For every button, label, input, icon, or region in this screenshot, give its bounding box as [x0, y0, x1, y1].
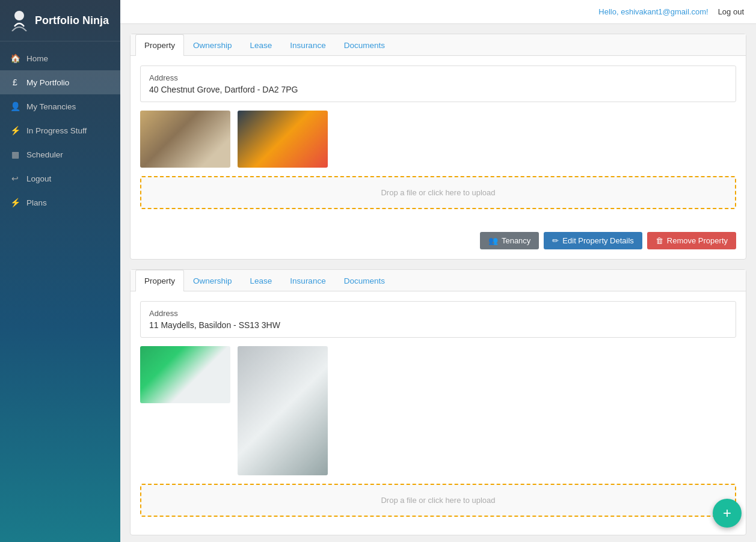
tab-insurance-1[interactable]: Insurance — [281, 34, 334, 56]
tab-lease-1[interactable]: Lease — [241, 34, 281, 56]
sidebar-item-home[interactable]: 🏠 Home — [0, 46, 120, 70]
remove-property-button-1[interactable]: 🗑 Remove Property — [647, 232, 736, 249]
address-section-2: Address 11 Maydells, Basildon - SS13 3HW — [140, 301, 736, 338]
app-logo: Portfolio Ninja — [0, 0, 120, 41]
sidebar-item-my-portfolio[interactable]: £ My Portfolio — [0, 70, 120, 94]
sidebar-label-logout: Logout — [26, 174, 51, 183]
sidebar-label-scheduler: Scheduler — [26, 150, 63, 159]
sidebar-label-progress: In Progress Stuff — [26, 126, 87, 135]
tab-insurance-2[interactable]: Insurance — [281, 270, 334, 291]
tab-bar-1: Property Ownership Lease Insurance Docum… — [131, 34, 746, 56]
card-body-1: Address 40 Chestnut Grove, Dartford - DA… — [131, 56, 746, 227]
sidebar-label-portfolio: My Portfolio — [26, 78, 69, 87]
fab-icon: + — [723, 505, 731, 522]
scheduler-icon: ▦ — [10, 149, 20, 160]
sidebar-item-my-tenancies[interactable]: 👤 My Tenancies — [0, 94, 120, 118]
trash-icon-1: 🗑 — [656, 236, 663, 245]
header-user-email: Hello, eshivakant1@gmail.com! — [598, 7, 708, 16]
sidebar-label-tenancies: My Tenancies — [26, 102, 76, 111]
logout-link[interactable]: Log out — [718, 7, 744, 16]
top-header: Hello, eshivakant1@gmail.com! Log out — [120, 0, 756, 24]
property-card-1: Property Ownership Lease Insurance Docum… — [130, 34, 746, 260]
property-image-2-2[interactable] — [238, 346, 328, 475]
sidebar-label-plans: Plans — [26, 198, 47, 207]
sidebar-item-scheduler[interactable]: ▦ Scheduler — [0, 142, 120, 166]
svg-point-0 — [14, 11, 24, 20]
edit-property-button-1[interactable]: ✏ Edit Property Details — [544, 232, 642, 249]
property-image-1-2[interactable] — [238, 111, 328, 168]
main-content: Hello, eshivakant1@gmail.com! Log out Pr… — [120, 0, 756, 542]
sidebar: Portfolio Ninja 🏠 Home £ My Portfolio 👤 … — [0, 0, 120, 542]
property-image-2-1[interactable] — [140, 346, 230, 403]
tab-ownership-2[interactable]: Ownership — [184, 270, 241, 291]
property-image-1-1[interactable] — [140, 111, 230, 168]
tenancies-icon: 👤 — [10, 101, 20, 112]
progress-icon: ⚡ — [10, 125, 20, 136]
plans-icon: ⚡ — [10, 197, 20, 208]
tab-property-2[interactable]: Property — [135, 270, 184, 291]
images-grid-1 — [140, 111, 736, 168]
address-value-2: 11 Maydells, Basildon - SS13 3HW — [149, 320, 727, 330]
fab-add-button[interactable]: + — [713, 499, 742, 528]
upload-area-2[interactable]: Drop a file or click here to upload — [140, 484, 736, 517]
address-label-2: Address — [149, 309, 727, 318]
tab-bar-2: Property Ownership Lease Insurance Docum… — [131, 270, 746, 291]
sidebar-nav: 🏠 Home £ My Portfolio 👤 My Tenancies ⚡ I… — [0, 41, 120, 542]
tab-property-1[interactable]: Property — [135, 34, 184, 56]
images-grid-2 — [140, 346, 736, 475]
tab-ownership-1[interactable]: Ownership — [184, 34, 241, 56]
card-actions-1: 👥 Tenancy ✏ Edit Property Details 🗑 Remo… — [131, 227, 746, 259]
logout-icon: ↩ — [10, 173, 20, 184]
tab-documents-1[interactable]: Documents — [335, 34, 394, 56]
tab-documents-2[interactable]: Documents — [335, 270, 394, 291]
sidebar-item-logout[interactable]: ↩ Logout — [0, 166, 120, 190]
property-card-2: Property Ownership Lease Insurance Docum… — [130, 269, 746, 535]
logo-text: Portfolio Ninja — [35, 14, 109, 27]
logo-icon — [8, 10, 30, 31]
sidebar-label-home: Home — [26, 54, 48, 63]
upload-area-1[interactable]: Drop a file or click here to upload — [140, 176, 736, 209]
address-label-1: Address — [149, 73, 727, 82]
tenancy-icon-1: 👥 — [488, 236, 498, 245]
home-icon: 🏠 — [10, 53, 20, 64]
edit-icon-1: ✏ — [552, 236, 559, 245]
portfolio-icon: £ — [10, 77, 20, 88]
card-body-2: Address 11 Maydells, Basildon - SS13 3HW… — [131, 291, 746, 535]
address-section-1: Address 40 Chestnut Grove, Dartford - DA… — [140, 65, 736, 102]
address-value-1: 40 Chestnut Grove, Dartford - DA2 7PG — [149, 85, 727, 94]
sidebar-item-plans[interactable]: ⚡ Plans — [0, 190, 120, 215]
tab-lease-2[interactable]: Lease — [241, 270, 281, 291]
sidebar-item-in-progress[interactable]: ⚡ In Progress Stuff — [0, 118, 120, 142]
tenancy-button-1[interactable]: 👥 Tenancy — [480, 232, 539, 249]
